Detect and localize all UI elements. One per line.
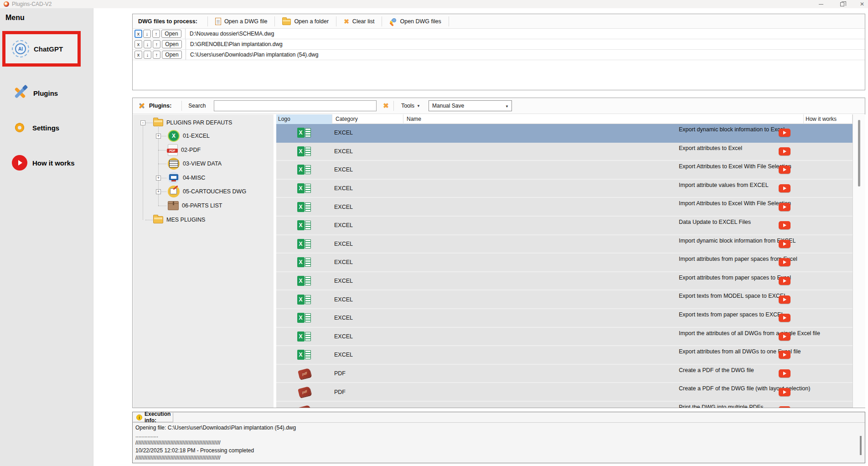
logo-cell: X (276, 217, 332, 234)
tree-expander-plus-icon[interactable]: + (156, 134, 161, 139)
search-input[interactable] (214, 100, 377, 111)
play-video-button[interactable] (779, 406, 790, 408)
table-row[interactable]: XEXCELExport attributes from paper space… (276, 272, 852, 291)
play-video-button[interactable] (779, 295, 790, 304)
table-row[interactable]: XEXCELExport attributes from all DWGs to… (276, 346, 852, 365)
sidebar-item-label: Settings (32, 124, 59, 132)
play-video-button[interactable] (779, 147, 790, 155)
category-cell: EXCEL (334, 124, 403, 142)
play-video-button[interactable] (779, 203, 790, 211)
table-row[interactable]: pdfPDFPrint the DWG into multiple PDFs (276, 402, 852, 408)
orange-x-icon: ✖ (344, 18, 349, 25)
how-it-works-cell (760, 217, 809, 234)
table-row[interactable]: XEXCELImport the attributes of all DWGs … (276, 328, 852, 347)
sidebar-item-chatgpt[interactable]: AI ChatGPT (2, 31, 81, 67)
plugins-table: Logo Category Name How it works XEXCELEx… (276, 114, 852, 408)
move-down-button[interactable]: ↓ (144, 40, 151, 48)
play-video-button[interactable] (779, 184, 790, 192)
tree-item[interactable]: 04-MISC (168, 172, 205, 184)
play-video-button[interactable] (779, 221, 790, 229)
play-video-button[interactable] (779, 332, 790, 341)
dwg-file-row: x↓↑OpenC:\Users\user\Downloads\Plan impl… (133, 50, 865, 60)
tree-item-label: 05-CARTOUCHES DWG (183, 188, 246, 195)
execution-info-tab[interactable]: i Execution info: (133, 413, 173, 422)
table-scrollbar[interactable] (852, 114, 865, 408)
table-row[interactable]: XEXCELExport texts from paper spaces to … (276, 309, 852, 328)
table-row[interactable]: XEXCELData Update to EXCEL Files (276, 217, 852, 235)
tree-item-label: MES PLUGINS (166, 217, 205, 223)
table-row[interactable]: XEXCELExport Attributes to Excel With Fi… (276, 161, 852, 180)
execution-scrollbar-thumb[interactable] (860, 436, 862, 455)
pdf-logo-icon: pdf (298, 405, 311, 408)
table-row[interactable]: XEXCELImport attribute values from EXCEL (276, 180, 852, 198)
category-cell: EXCEL (334, 346, 403, 364)
table-row[interactable]: XEXCELImport Attributes to Excel With Fi… (276, 198, 852, 217)
minimize-button[interactable] (814, 0, 828, 8)
tree-item[interactable]: PLUGINS PAR DEFAUTS (153, 117, 232, 129)
open-dwg-file-button[interactable]: Open a DWG file (212, 16, 270, 27)
category-cell: EXCEL (334, 272, 403, 290)
sidebar-item-settings[interactable]: Settings (0, 119, 91, 137)
category-cell: EXCEL (334, 328, 403, 346)
restore-button[interactable] (835, 0, 849, 8)
column-header-name[interactable]: Name (403, 114, 804, 124)
tree-expander-plus-icon[interactable]: + (156, 176, 161, 181)
move-up-button[interactable]: ↑ (153, 51, 160, 59)
move-up-button[interactable]: ↑ (153, 40, 160, 48)
play-icon (783, 390, 786, 394)
table-row[interactable]: pdfPDFCreate a PDF of the DWG file (with… (276, 383, 852, 402)
tree-item[interactable]: MES PLUGINS (153, 214, 205, 226)
open-file-button[interactable]: Open (162, 51, 182, 59)
remove-file-button[interactable]: x (134, 30, 142, 38)
sidebar-item-plugins[interactable]: Plugins (0, 84, 91, 102)
play-video-button[interactable] (779, 277, 790, 285)
open-file-button[interactable]: Open (161, 30, 181, 38)
table-row[interactable]: XEXCELImport attributes from paper space… (276, 254, 852, 272)
remove-file-button[interactable]: x (134, 40, 142, 48)
scrollbar-thumb[interactable] (858, 120, 860, 186)
tools-dropdown-button[interactable]: Tools ▼ (398, 101, 423, 111)
open-file-button[interactable]: Open (162, 40, 182, 48)
excel-logo-icon: X (297, 275, 312, 286)
play-video-button[interactable] (779, 314, 790, 322)
move-up-button[interactable]: ↑ (152, 30, 160, 38)
open-dwg-files-button[interactable]: Open DWG files (387, 16, 444, 27)
table-row[interactable]: XEXCELExport texts from MODEL space to E… (276, 290, 852, 309)
tree-item[interactable]: 06-PARTS LIST (168, 200, 222, 212)
table-row[interactable]: XEXCELExport dynamic block information t… (276, 124, 852, 143)
column-header-category[interactable]: Category (332, 114, 403, 124)
play-video-button[interactable] (779, 129, 790, 137)
file-path: D:\Nouveau dossier\SCHEMA.dwg (185, 29, 274, 39)
excel-logo-icon: X (297, 183, 312, 194)
clear-search-icon[interactable]: ✖ (383, 103, 389, 109)
sidebar-item-how-it-works[interactable]: How it works (0, 154, 91, 172)
excel-logo-icon: X (297, 294, 312, 305)
open-folder-button[interactable]: Open a folder (279, 16, 331, 27)
tree-item[interactable]: PDF02-PDF (168, 144, 201, 156)
button-label: Open a DWG file (224, 18, 267, 25)
play-video-button[interactable] (779, 369, 790, 378)
tree-item[interactable]: 05-CARTOUCHES DWG (168, 186, 246, 197)
tree-item[interactable]: X01-EXCEL (168, 130, 210, 142)
how-it-works-cell (760, 143, 809, 161)
play-video-button[interactable] (779, 388, 790, 396)
play-video-button[interactable] (779, 166, 790, 174)
tree-expander-minus-icon[interactable]: - (140, 120, 145, 125)
play-video-button[interactable] (779, 258, 790, 266)
clear-list-button[interactable]: ✖ Clear list (341, 16, 377, 26)
move-down-button[interactable]: ↓ (144, 51, 151, 59)
remove-file-button[interactable]: x (134, 51, 142, 59)
tree-expander-plus-icon[interactable]: + (156, 189, 161, 194)
move-down-button[interactable]: ↓ (143, 30, 151, 38)
save-mode-combobox[interactable]: Manual Save ▼ (429, 100, 512, 111)
play-video-button[interactable] (779, 351, 790, 359)
play-video-button[interactable] (779, 240, 790, 248)
column-header-logo[interactable]: Logo (276, 114, 332, 124)
tree-item[interactable]: 03-VIEW DATA (168, 158, 222, 170)
table-row[interactable]: pdfPDFCreate a PDF of the DWG file (276, 365, 852, 383)
table-row[interactable]: XEXCELImport dynamic block information f… (276, 235, 852, 254)
table-rows: XEXCELExport dynamic block information t… (276, 124, 852, 408)
close-button[interactable]: ✕ (855, 0, 868, 8)
table-row[interactable]: XEXCELExport attributes to Excel (276, 143, 852, 161)
column-header-how-it-works[interactable]: How it works (804, 114, 852, 124)
